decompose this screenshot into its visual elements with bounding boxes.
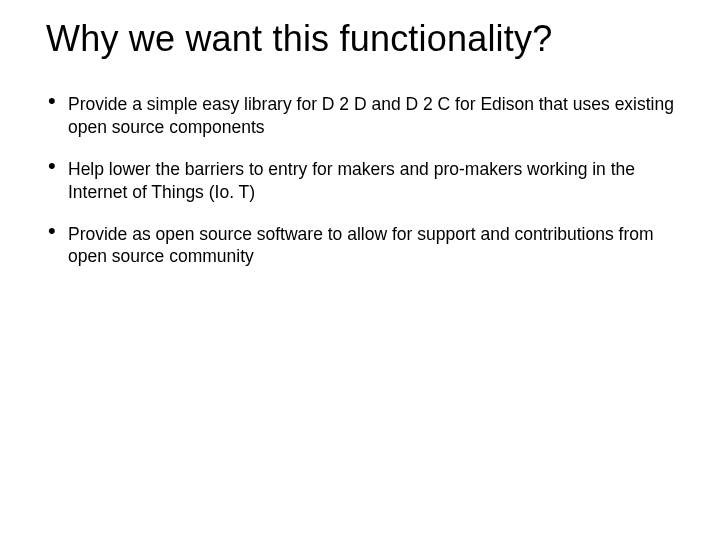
slide: Why we want this functionality? Provide …: [0, 0, 720, 540]
slide-title: Why we want this functionality?: [46, 18, 684, 59]
bullet-item: Help lower the barriers to entry for mak…: [46, 158, 684, 203]
bullet-item: Provide a simple easy library for D 2 D …: [46, 93, 684, 138]
bullet-list: Provide a simple easy library for D 2 D …: [46, 93, 684, 267]
bullet-item: Provide as open source software to allow…: [46, 223, 684, 268]
